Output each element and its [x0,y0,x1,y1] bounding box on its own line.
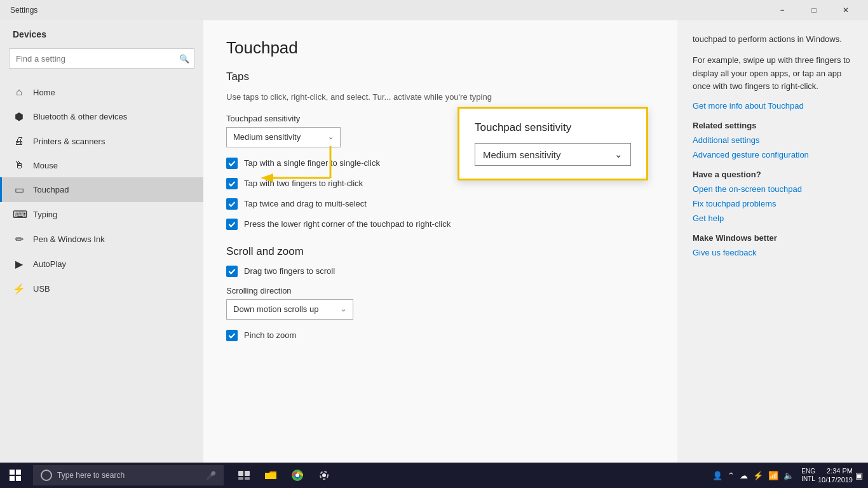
date-value: 10/17/2019 [818,475,853,484]
chevron-down-icon: ⌄ [328,133,334,141]
sidebar-title: Devices [0,20,203,44]
battery-icon[interactable]: ⚡ [753,471,763,480]
right-panel: touchpad to perform actions in Windows. … [677,20,868,463]
gear-icon [318,470,330,481]
sidebar-item-label: Pen & Windows Ink [33,234,105,244]
task-view-button[interactable] [231,463,257,488]
minimize-button[interactable]: − [768,0,797,20]
checkbox-pinch-zoom[interactable]: Pinch to zoom [226,330,654,341]
checkbox-double-tap[interactable]: Tap twice and drag to multi-select [226,198,654,210]
checkbox-label: Drag two fingers to scroll [244,266,335,276]
checkbox-checked-icon [226,330,238,341]
checkbox-checked-icon [226,219,238,230]
autoplay-icon: ▶ [13,258,25,270]
settings-button[interactable] [311,463,337,488]
svg-point-13 [295,473,299,477]
sidebar-item-bluetooth[interactable]: ⬢ Bluetooth & other devices [0,104,203,129]
chrome-icon [292,470,303,481]
sidebar: Devices 🔍 ⌂ Home ⬢ Bluetooth & other dev… [0,20,203,463]
clock-display[interactable]: 2:34 PM 10/17/2019 [818,466,853,485]
direction-group: Scrolling direction Down motion scrolls … [226,286,654,320]
advanced-gesture-link[interactable]: Advanced gesture configuration [693,150,853,159]
window-controls: − □ ✕ [768,0,860,20]
sidebar-item-typing[interactable]: ⌨ Typing [0,202,203,227]
sidebar-item-label: Typing [33,210,57,219]
svg-rect-6 [16,476,21,481]
checkbox-right-corner[interactable]: Press the lower right corner of the touc… [226,219,654,230]
checkbox-checked-icon [226,178,238,189]
checkbox-label: Tap twice and drag to multi-select [244,199,367,208]
additional-settings-link[interactable]: Additional settings [693,135,853,145]
taps-description: Use taps to click, right-click, and sele… [226,91,654,104]
close-button[interactable]: ✕ [831,0,860,20]
notification-icon[interactable]: ▣ [855,471,863,480]
sidebar-item-home[interactable]: ⌂ Home [0,80,203,104]
taskbar: Type here to search 🎤 [0,463,868,488]
task-view-icon [238,471,250,480]
scroll-heading: Scroll and zoom [226,245,654,258]
sidebar-item-label: Home [33,88,55,97]
sidebar-item-autoplay[interactable]: ▶ AutoPlay [0,252,203,276]
main-content: Touchpad Taps Use taps to click, right-c… [203,20,677,463]
chevron-down-icon: ⌄ [341,305,346,313]
page-title: Touchpad [226,38,654,58]
give-feedback-link[interactable]: Give us feedback [693,248,853,257]
sensitivity-value: Medium sensitivity [233,132,301,142]
maximize-button[interactable]: □ [799,0,829,20]
scroll-section: Scroll and zoom Drag two fingers to scro… [226,245,654,341]
wifi-icon[interactable]: 📶 [768,471,778,480]
people-icon[interactable]: 👤 [712,471,722,480]
checkbox-label: Press the lower right corner of the touc… [244,219,451,229]
taskbar-search-text: Type here to search [57,471,125,480]
start-button[interactable] [0,463,31,488]
search-box[interactable]: 🔍 [9,48,194,69]
popup-sensitivity-dropdown[interactable]: Medium sensitivity ⌄ [475,143,631,166]
chevron-down-icon: ⌄ [614,149,623,160]
taskbar-right: 👤 ⌃ ☁ ⚡ 📶 🔈 ENGINTL 2:34 PM 10/17/2019 ▣ [707,466,868,485]
sidebar-nav: ⌂ Home ⬢ Bluetooth & other devices 🖨 Pri… [0,76,203,305]
sidebar-item-label: Mouse [33,161,58,170]
sidebar-item-usb[interactable]: ⚡ USB [0,276,203,301]
chevron-up-icon[interactable]: ⌃ [728,471,735,480]
checkbox-checked-icon [226,198,238,210]
printer-icon: 🖨 [13,135,25,147]
taskbar-search-area[interactable]: Type here to search 🎤 [33,465,224,485]
right-desc2: For example, swipe up with three fingers… [693,54,853,93]
svg-rect-7 [238,471,243,476]
sidebar-item-pen[interactable]: ✏ Pen & Windows Ink [0,227,203,252]
title-bar: Settings − □ ✕ [0,0,868,20]
open-onscreen-link[interactable]: Open the on-screen touchpad [693,184,853,194]
sidebar-item-label: USB [33,284,50,294]
direction-dropdown[interactable]: Down motion scrolls up ⌄ [226,299,353,320]
volume-icon[interactable]: 🔈 [783,471,794,480]
file-explorer-button[interactable] [258,463,283,488]
get-help-link[interactable]: Get help [693,214,853,223]
sidebar-item-printers[interactable]: 🖨 Printers & scanners [0,129,203,153]
sidebar-item-touchpad[interactable]: ▭ Touchpad [0,177,203,202]
system-tray: 👤 ⌃ ☁ ⚡ 📶 🔈 [707,471,799,480]
sensitivity-popup: Touchpad sensitivity Medium sensitivity … [458,107,648,180]
sensitivity-dropdown[interactable]: Medium sensitivity ⌄ [226,127,341,147]
chrome-button[interactable] [285,463,310,488]
home-icon: ⌂ [13,86,25,98]
checkbox-drag-scroll[interactable]: Drag two fingers to scroll [226,266,654,277]
related-settings-heading: Related settings [693,121,853,130]
sidebar-item-mouse[interactable]: 🖱 Mouse [0,153,203,177]
sidebar-item-label: Bluetooth & other devices [33,112,127,121]
taps-heading: Taps [226,71,654,83]
language-indicator: ENGINTL [801,468,815,483]
microphone-icon[interactable]: 🎤 [206,471,216,480]
folder-icon [265,470,276,480]
direction-value: Down motion scrolls up [233,304,318,314]
search-input[interactable] [9,48,194,69]
popup-arrow [292,146,369,197]
checkbox-label: Pinch to zoom [244,330,296,340]
fix-touchpad-link[interactable]: Fix touchpad problems [693,199,853,208]
cloud-icon[interactable]: ☁ [740,471,748,480]
sidebar-item-label: AutoPlay [33,259,66,269]
svg-rect-5 [10,476,15,481]
have-question-heading: Have a question? [693,170,853,179]
get-more-info-link[interactable]: Get more info about Touchpad [693,101,853,111]
search-circle-icon [41,470,52,481]
keyboard-icon: ⌨ [13,208,25,220]
